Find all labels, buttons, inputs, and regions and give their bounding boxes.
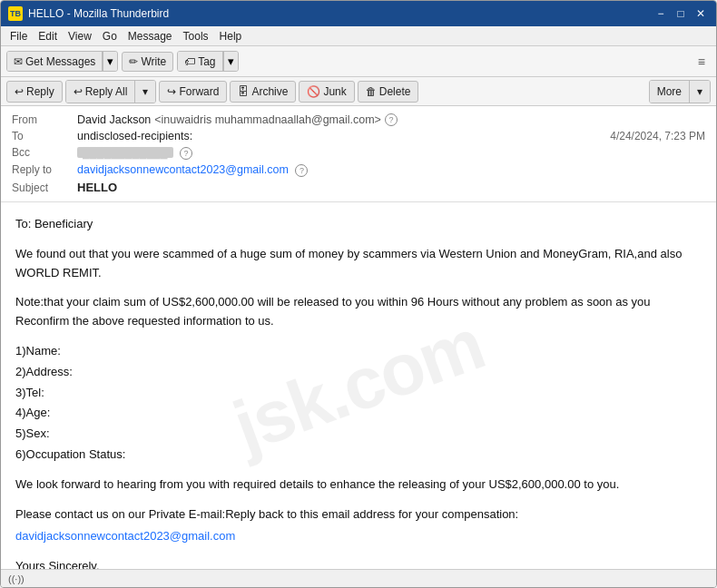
write-button[interactable]: ✏ Write [122,52,173,72]
security-icon[interactable]: ? [385,113,398,126]
more-group: More ▾ [649,80,711,103]
contact-email-link[interactable]: davidjacksonnewcontact2023@gmail.com [15,529,235,543]
forward-button[interactable]: ↪ Forward [159,81,227,103]
junk-icon: 🚫 [307,85,320,98]
closing: Yours Sincerely, David Jackson [15,557,702,569]
from-row: From David Jackson <inuwaidris muhammadn… [12,112,705,128]
maximize-button[interactable]: □ [673,5,689,22]
list-item-5: 5)Sex: [15,425,702,444]
menu-tools[interactable]: Tools [178,28,214,44]
reply-to-security-icon[interactable]: ? [295,164,308,177]
tag-group: 🏷 Tag ▾ [177,51,238,72]
bcc-redacted: ████████████ [77,147,173,158]
bcc-label: Bcc [12,146,77,159]
paragraph-3: We look forward to hearing from you with… [15,475,702,495]
contact-email-container: davidjacksonnewcontact2023@gmail.com [15,527,702,546]
junk-button[interactable]: 🚫 Junk [299,81,354,103]
menu-message[interactable]: Message [123,28,178,44]
reply-all-dropdown[interactable]: ▾ [134,81,155,103]
action-bar: ↩ Reply ↩ Reply All ▾ ↪ Forward 🗄 Archiv… [1,77,716,106]
bcc-row: Bcc ████████████ ? [12,144,705,162]
more-dropdown[interactable]: ▾ [689,81,710,103]
paragraph-4: Please contact us on our Private E-mail:… [15,505,702,524]
reply-to-value: davidjacksonnewcontact2023@gmail.com ? [77,163,705,177]
menu-view[interactable]: View [63,28,97,44]
list-item-6: 6)Occupation Status: [15,446,702,465]
closing-line-1: Yours Sincerely, [15,557,702,569]
status-bar: ((·)) [1,569,716,587]
bcc-security-icon[interactable]: ? [180,147,192,160]
list-item-2: 2)Address: [15,363,702,382]
delete-button[interactable]: 🗑 Delete [358,81,419,103]
get-messages-group: ✉ Get Messages ▾ [6,51,118,72]
to-label: To [12,130,77,142]
delete-icon: 🗑 [366,85,377,98]
main-toolbar: ✉ Get Messages ▾ ✏ Write 🏷 Tag ▾ ≡ [1,46,716,77]
minimize-button[interactable]: − [653,5,669,22]
subject-value: HELLO [77,181,705,194]
title-bar: TB HELLO - Mozilla Thunderbird − □ ✕ [1,1,716,26]
reply-to-email[interactable]: davidjacksonnewcontact2023@gmail.com [77,163,289,176]
get-messages-icon: ✉ [14,55,23,68]
reply-all-icon: ↩ [74,85,83,98]
forward-icon: ↪ [167,85,176,98]
list-item-4: 4)Age: [15,404,702,423]
from-label: From [12,113,77,126]
archive-icon: 🗄 [238,85,249,98]
from-value: David Jackson <inuwaidris muhammadnaalla… [77,113,705,126]
subject-row: Subject HELLO [12,179,705,196]
greeting: To: Beneficiary [15,215,702,234]
write-icon: ✏ [129,55,138,68]
menu-file[interactable]: File [5,28,33,44]
email-header: From David Jackson <inuwaidris muhammadn… [1,106,716,202]
menu-edit[interactable]: Edit [33,28,63,44]
tag-dropdown[interactable]: ▾ [223,52,238,71]
window-controls: − □ ✕ [653,5,709,22]
reply-button[interactable]: ↩ Reply [6,81,63,103]
from-name: David Jackson [77,113,151,126]
list-container: 1)Name: 2)Address: 3)Tel: 4)Age: 5)Sex: … [15,342,702,465]
to-value: undisclosed-recipients: [77,130,610,142]
bcc-value: ████████████ ? [77,146,705,160]
get-messages-dropdown[interactable]: ▾ [103,52,117,71]
reply-icon: ↩ [15,85,24,98]
paragraph-1: We found out that you were scammed of a … [15,245,702,283]
reply-all-group: ↩ Reply All ▾ [65,80,157,103]
reply-all-button[interactable]: ↩ Reply All [66,81,135,103]
window-title: HELLO - Mozilla Thunderbird [28,7,653,20]
email-content: To: Beneficiary We found out that you we… [15,215,702,569]
list-item-1: 1)Name: [15,342,702,361]
from-email: <inuwaidris muhammadnaallah@gmail.com> [154,113,381,126]
reply-to-label: Reply to [12,163,77,176]
list-item-3: 3)Tel: [15,384,702,403]
more-button[interactable]: More [650,81,689,103]
tag-icon: 🏷 [184,55,195,68]
main-window: TB HELLO - Mozilla Thunderbird − □ ✕ Fil… [0,0,717,588]
menu-help[interactable]: Help [214,28,248,44]
email-body: jsk.com To: Beneficiary We found out tha… [1,202,716,569]
close-button[interactable]: ✕ [692,5,709,22]
to-row: To undisclosed-recipients: 4/24/2024, 7:… [12,128,705,144]
menu-go[interactable]: Go [97,28,123,44]
paragraph-2: Note:that your claim sum of US$2,600,000… [15,293,702,331]
get-messages-button[interactable]: ✉ Get Messages [7,52,103,71]
hamburger-menu[interactable]: ≡ [692,52,711,72]
archive-button[interactable]: 🗄 Archive [230,81,296,103]
menu-bar: File Edit View Go Message Tools Help [1,26,716,46]
reply-to-row: Reply to davidjacksonnewcontact2023@gmai… [12,162,705,179]
app-icon: TB [8,6,23,21]
timestamp: 4/24/2024, 7:23 PM [610,130,705,142]
tag-button[interactable]: 🏷 Tag [178,52,222,71]
subject-label: Subject [12,181,77,194]
wifi-status-icon: ((·)) [8,573,25,584]
